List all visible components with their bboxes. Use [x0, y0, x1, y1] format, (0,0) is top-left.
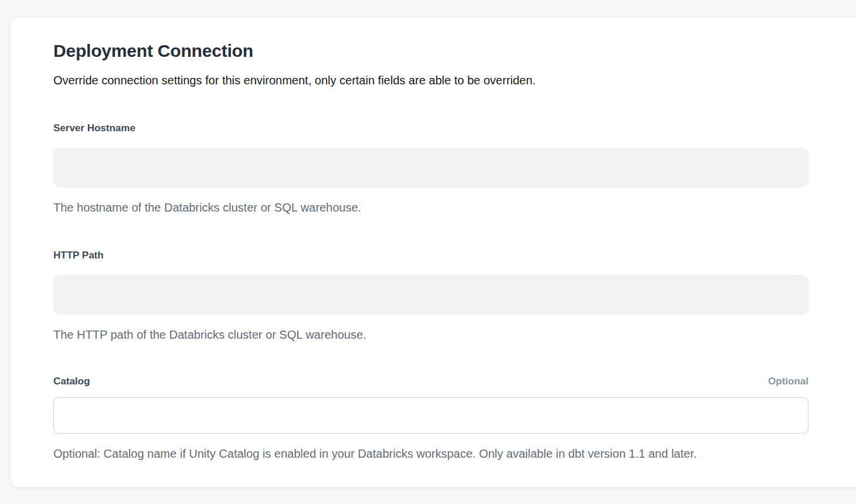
field-label-row: HTTP Path [53, 248, 809, 263]
http-path-label: HTTP Path [53, 248, 104, 263]
server-hostname-label: Server Hostname [53, 121, 135, 135]
deployment-connection-card: Deployment Connection Override connectio… [10, 16, 856, 488]
server-hostname-input [53, 148, 809, 188]
http-path-help-text: The HTTP path of the Databricks cluster … [53, 326, 809, 343]
server-hostname-help-text: The hostname of the Databricks cluster o… [53, 199, 809, 216]
card-content: Deployment Connection Override connectio… [53, 39, 809, 462]
catalog-label: Catalog [53, 374, 90, 389]
field-group-catalog: Catalog Optional Optional: Catalog name … [53, 374, 809, 462]
field-group-server-hostname: Server Hostname The hostname of the Data… [53, 121, 809, 216]
catalog-optional-tag: Optional [768, 374, 809, 389]
http-path-input [53, 275, 809, 315]
catalog-input[interactable] [53, 397, 809, 434]
field-label-row: Catalog Optional [53, 374, 809, 389]
field-group-http-path: HTTP Path The HTTP path of the Databrick… [53, 248, 809, 343]
page-title: Deployment Connection [53, 39, 809, 63]
catalog-help-text: Optional: Catalog name if Unity Catalog … [53, 445, 809, 462]
field-label-row: Server Hostname [53, 121, 809, 135]
page-subtitle: Override connection settings for this en… [53, 72, 809, 88]
